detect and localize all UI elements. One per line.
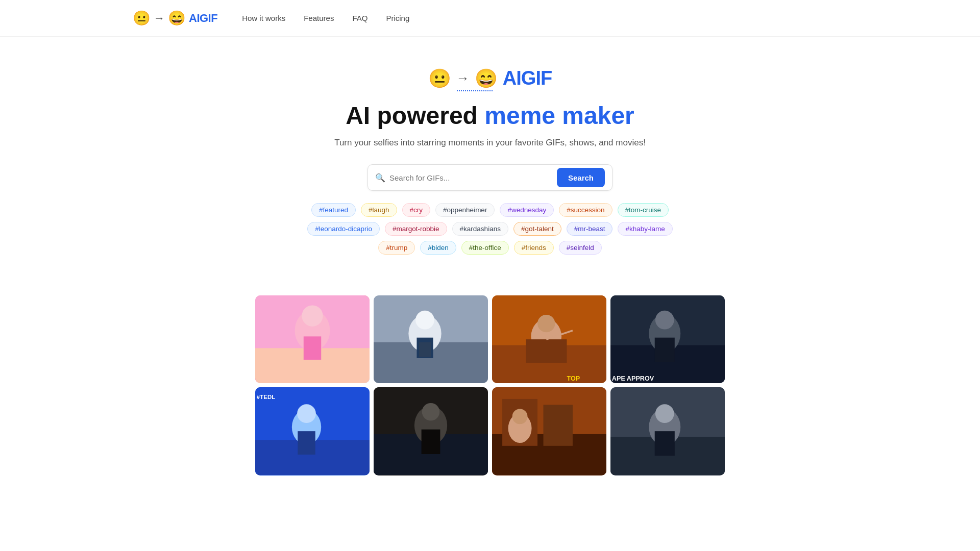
gif-seinfeld-placeholder <box>492 387 606 475</box>
hero-face-happy: 😄 <box>475 68 498 89</box>
search-container: 🔍 Search <box>0 164 980 191</box>
logo-text: AIGIF <box>189 12 217 25</box>
nav-pricing[interactable]: Pricing <box>386 14 409 22</box>
svg-rect-15 <box>526 339 567 363</box>
tag-succession[interactable]: #succession <box>559 203 612 217</box>
svg-point-33 <box>422 403 439 420</box>
tag-biden[interactable]: #biden <box>420 241 456 255</box>
svg-point-14 <box>537 315 555 332</box>
gif-card-ted-lasso[interactable]: #TEDL <box>255 387 370 475</box>
svg-point-44 <box>655 405 674 423</box>
hero-title: AI powered meme maker <box>0 102 980 130</box>
gif-card-harry-potter[interactable]: TOP <box>492 295 606 383</box>
gif-dark-placeholder <box>374 387 488 475</box>
hero-logo-text: AIGIF <box>503 67 552 89</box>
logo[interactable]: 😐 → 😄 AIGIF <box>133 10 217 27</box>
tag-got-talent[interactable]: #got-talent <box>513 222 561 236</box>
svg-rect-45 <box>655 432 675 456</box>
tag-tom-cruise[interactable]: #tom-cruise <box>618 203 669 217</box>
svg-rect-10 <box>419 342 431 357</box>
svg-point-3 <box>302 306 323 327</box>
svg-text:APE APPROV: APE APPROV <box>612 375 654 382</box>
hero-logo: 😐 → 😄 AIGIF <box>0 67 980 89</box>
gif-dark-person-placeholder <box>610 387 725 475</box>
hero-section: 😐 → 😄 AIGIF AI powered meme maker Turn y… <box>0 37 980 295</box>
tag-khaby-lame[interactable]: #khaby-lame <box>618 222 672 236</box>
svg-point-27 <box>297 405 316 423</box>
hero-arrow-icon: → <box>456 70 470 86</box>
gif-card-seinfeld[interactable] <box>492 387 606 475</box>
svg-point-8 <box>415 311 434 330</box>
gif-card-dark[interactable] <box>374 387 488 475</box>
gif-barbie-placeholder <box>255 295 370 383</box>
gif-grid-section: TOP APE APPROV <box>245 295 735 475</box>
tag-oppenheimer[interactable]: #oppenheimer <box>435 203 495 217</box>
gif-snape-placeholder: APE APPROV <box>610 295 725 383</box>
nav-how-it-works[interactable]: How it works <box>242 14 285 22</box>
svg-text:#TEDL: #TEDL <box>257 394 275 400</box>
logo-face-happy: 😄 <box>168 10 186 27</box>
hero-face-neutral: 😐 <box>428 68 451 89</box>
tag-kardashians[interactable]: #kardashians <box>452 222 508 236</box>
tag-trump[interactable]: #trump <box>378 241 415 255</box>
tag-the-office[interactable]: #the-office <box>461 241 509 255</box>
svg-point-40 <box>512 409 528 424</box>
tag-seinfeld[interactable]: #seinfeld <box>559 241 602 255</box>
tag-laugh[interactable]: #laugh <box>361 203 397 217</box>
tag-cry[interactable]: #cry <box>402 203 431 217</box>
gif-card-dark-person[interactable] <box>610 387 725 475</box>
gif-card-barbie[interactable] <box>255 295 370 383</box>
search-box: 🔍 Search <box>368 164 612 191</box>
dotted-decoration <box>457 90 493 91</box>
svg-rect-34 <box>422 430 440 454</box>
gif-card-snape[interactable]: APE APPROV <box>610 295 725 383</box>
nav-links: How it works Features FAQ Pricing <box>242 14 409 22</box>
logo-arrow-icon: → <box>154 12 165 25</box>
search-icon: 🔍 <box>375 173 385 183</box>
nav-features[interactable]: Features <box>304 14 334 22</box>
svg-rect-4 <box>304 337 321 360</box>
nav-faq[interactable]: FAQ <box>352 14 368 22</box>
gif-ted-lasso-placeholder: #TEDL <box>255 387 370 475</box>
tag-wednesday[interactable]: #wednesday <box>500 203 554 217</box>
navbar: 😐 → 😄 AIGIF How it works Features FAQ Pr… <box>0 0 980 37</box>
gif-grid: TOP APE APPROV <box>255 295 725 475</box>
search-input[interactable] <box>389 173 551 182</box>
svg-text:TOP: TOP <box>567 375 580 382</box>
gif-office-placeholder <box>374 295 488 383</box>
tag-container: #featured #laugh #cry #oppenheimer #wedn… <box>306 203 674 255</box>
hero-subtitle: Turn your selfies into starring moments … <box>0 138 980 148</box>
svg-rect-28 <box>298 432 315 455</box>
tag-friends[interactable]: #friends <box>514 241 554 255</box>
svg-rect-38 <box>544 405 573 446</box>
gif-harry-potter-placeholder: TOP <box>492 295 606 383</box>
tag-leonardo-dicaprio[interactable]: #leonardo-dicaprio <box>307 222 380 236</box>
search-button[interactable]: Search <box>557 168 605 187</box>
logo-face-neutral: 😐 <box>133 10 151 27</box>
tag-featured[interactable]: #featured <box>311 203 356 217</box>
svg-rect-22 <box>655 338 675 362</box>
gif-card-office[interactable] <box>374 295 488 383</box>
tag-mr-beast[interactable]: #mr-beast <box>567 222 613 236</box>
svg-point-21 <box>655 311 674 330</box>
tag-margot-robbie[interactable]: #margot-robbie <box>385 222 447 236</box>
